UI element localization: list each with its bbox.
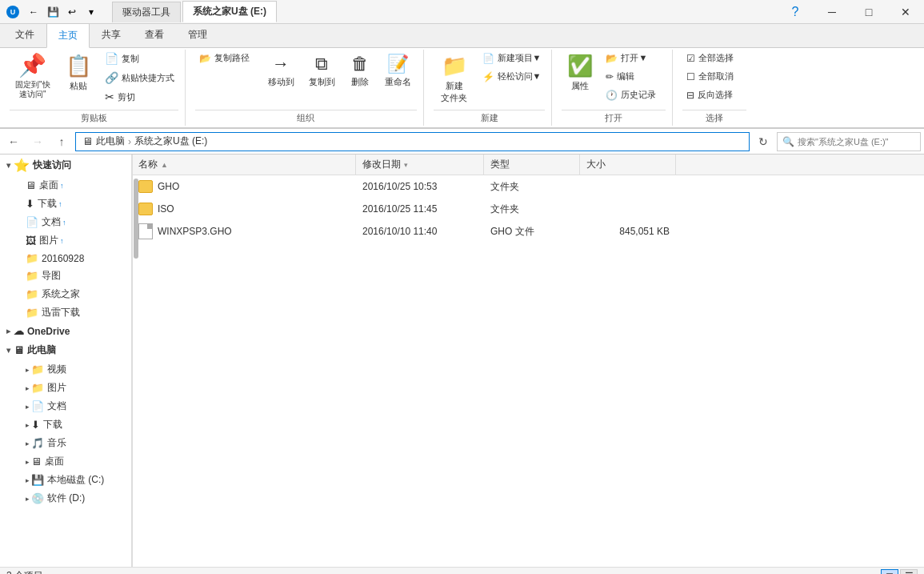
- c-expand: ▸: [26, 476, 30, 484]
- refresh-button[interactable]: ↻: [753, 131, 774, 152]
- d-drive-label: 软件 (D:): [47, 492, 85, 505]
- col-header-name[interactable]: 名称 ▲: [132, 155, 356, 175]
- qa-back[interactable]: ←: [26, 4, 42, 20]
- documents-label: 文档: [47, 399, 66, 413]
- music-label: 音乐: [47, 436, 66, 450]
- sidebar-item-xitong[interactable]: 📁 系统之家: [0, 285, 131, 303]
- easy-access-icon: ⚡: [482, 71, 494, 82]
- sidebar-scrollbar[interactable]: [132, 155, 133, 567]
- col-header-type[interactable]: 类型: [484, 155, 580, 175]
- history-button[interactable]: 🕐 历史记录: [602, 86, 666, 103]
- sidebar-scrollbar-thumb[interactable]: [134, 179, 138, 259]
- sidebar-item-d-drive[interactable]: ▸ 💿 软件 (D:): [0, 489, 131, 508]
- sidebar-item-videos[interactable]: ▸ 📁 视频: [0, 360, 131, 379]
- dl-icon: ⬇: [31, 419, 40, 431]
- sidebar-item-docs[interactable]: 📄 文档 ↑: [0, 213, 131, 231]
- sidebar-item-xunlei[interactable]: 📁 迅雷下载: [0, 303, 131, 322]
- copy-button[interactable]: 📄 复制: [101, 50, 178, 67]
- quick-access-header[interactable]: ▾ ⭐ 快速访问: [0, 155, 131, 176]
- edit-label: 编辑: [617, 70, 634, 82]
- onedrive-section: ▸ ☁ OneDrive: [0, 322, 131, 340]
- deselect-all-button[interactable]: ☐ 全部取消: [682, 68, 746, 85]
- col-size-label: 大小: [586, 158, 606, 171]
- maximize-button[interactable]: □: [850, 0, 887, 24]
- new-folder-button[interactable]: 📁 新建文件夹: [434, 50, 475, 108]
- sidebar-item-pics[interactable]: 🖼 图片 ↑: [0, 231, 131, 250]
- sidebar-item-downloads[interactable]: ⬇ 下载 ↑: [0, 195, 131, 213]
- c-drive-icon: 💾: [31, 474, 44, 486]
- sidebar-item-desktop2[interactable]: ▸ 🖥 桌面: [0, 452, 131, 471]
- properties-button[interactable]: ✅ 属性: [562, 50, 598, 96]
- move-to-button[interactable]: → 移动到: [262, 50, 300, 92]
- address-path[interactable]: 🖥 此电脑 › 系统之家U盘 (E:): [75, 132, 750, 151]
- col-header-date[interactable]: 修改日期 ▾: [356, 155, 484, 175]
- title-tab-drive[interactable]: 系统之家U盘 (E:): [182, 1, 277, 22]
- address-drive[interactable]: 系统之家U盘 (E:): [134, 134, 207, 148]
- table-row[interactable]: GHO 2016/10/25 10:53 文件夹: [132, 175, 924, 198]
- copy-to-label: 复制到: [309, 76, 335, 88]
- ribbon-tab-manage[interactable]: 管理: [176, 22, 219, 47]
- sidebar-item-dl[interactable]: ▸ ⬇ 下载: [0, 415, 131, 434]
- close-button[interactable]: ✕: [887, 0, 924, 24]
- col-date-sort-icon: ▾: [404, 161, 408, 169]
- desktop-pin: ↑: [60, 182, 64, 190]
- sidebar-item-maps[interactable]: 📁 导图: [0, 267, 131, 285]
- up-button[interactable]: ↑: [51, 131, 72, 152]
- paste-button[interactable]: 📋 粘贴: [59, 50, 98, 96]
- pics-icon: 🖼: [26, 235, 36, 247]
- help-button[interactable]: ?: [777, 0, 814, 24]
- organize-col3: ⧉ 复制到: [303, 50, 341, 92]
- cut-button[interactable]: ✂ 剪切: [101, 88, 178, 106]
- delete-button[interactable]: 🗑 删除: [344, 50, 376, 92]
- deselect-all-icon: ☐: [686, 71, 695, 82]
- address-sep: ›: [128, 136, 131, 147]
- file-size-iso: [580, 198, 676, 220]
- quick-access-arrow: ▾: [6, 161, 10, 170]
- table-row[interactable]: ISO 2016/10/25 11:45 文件夹: [132, 198, 924, 220]
- qa-dropdown[interactable]: ▾: [83, 4, 99, 20]
- search-input[interactable]: [798, 137, 915, 147]
- invert-select-button[interactable]: ⊟ 反向选择: [682, 86, 746, 103]
- forward-button[interactable]: →: [27, 131, 48, 152]
- thispc-header[interactable]: ▾ 🖥 此电脑: [0, 340, 131, 360]
- paste-shortcut-label: 粘贴快捷方式: [122, 72, 174, 84]
- open-button[interactable]: 📂 打开▼: [602, 50, 666, 66]
- view-large-icons-button[interactable]: ⊞: [881, 569, 898, 575]
- rename-icon: 📝: [387, 54, 409, 74]
- thispc-arrow: ▾: [6, 346, 10, 355]
- back-button[interactable]: ←: [3, 131, 24, 152]
- pin-quick-access-button[interactable]: 📌 固定到"快速访问": [10, 50, 56, 103]
- ribbon-tab-file[interactable]: 文件: [3, 22, 46, 47]
- pictures-label: 图片: [47, 381, 66, 395]
- table-row[interactable]: WINXPSP3.GHO 2016/10/10 11:40 GHO 文件 845…: [132, 220, 924, 243]
- view-details-button[interactable]: ☰: [900, 569, 918, 575]
- sidebar-item-c-drive[interactable]: ▸ 💾 本地磁盘 (C:): [0, 471, 131, 489]
- rename-button[interactable]: 📝 重命名: [379, 50, 417, 92]
- sidebar-item-pictures[interactable]: ▸ 📁 图片: [0, 379, 131, 397]
- qa-save[interactable]: 💾: [45, 4, 61, 20]
- qa-undo[interactable]: ↩: [64, 4, 80, 20]
- ribbon-tab-share[interactable]: 共享: [90, 22, 133, 47]
- sidebar-item-documents[interactable]: ▸ 📄 文档: [0, 397, 131, 415]
- col-name-label: 名称: [138, 158, 158, 171]
- open-col1: ✅ 属性: [562, 50, 598, 96]
- minimize-button[interactable]: ─: [814, 0, 850, 24]
- copy-path-icon: 📂: [199, 53, 211, 64]
- ribbon-tab-home[interactable]: 主页: [46, 23, 90, 48]
- folder-xunlei-label: 迅雷下载: [42, 306, 80, 319]
- col-header-size[interactable]: 大小: [580, 155, 676, 175]
- paste-shortcut-button[interactable]: 🔗 粘贴快捷方式: [101, 69, 178, 86]
- onedrive-header[interactable]: ▸ ☁ OneDrive: [0, 322, 131, 340]
- new-item-button[interactable]: 📄 新建项目▼: [478, 50, 546, 66]
- sidebar-item-desktop[interactable]: 🖥 桌面 ↑: [0, 176, 131, 195]
- easy-access-button[interactable]: ⚡ 轻松访问▼: [478, 68, 546, 85]
- edit-button[interactable]: ✏ 编辑: [602, 68, 666, 85]
- address-this-pc[interactable]: 此电脑: [96, 134, 125, 148]
- sidebar-item-20160928[interactable]: 📁 20160928: [0, 250, 131, 267]
- ribbon-tab-view[interactable]: 查看: [133, 22, 176, 47]
- select-all-button[interactable]: ☑ 全部选择: [682, 50, 746, 66]
- sidebar-item-music[interactable]: ▸ 🎵 音乐: [0, 434, 131, 452]
- title-tab-driver[interactable]: 驱动器工具: [112, 2, 181, 22]
- copy-path-button[interactable]: 📂 复制路径: [195, 50, 259, 66]
- copy-to-button[interactable]: ⧉ 复制到: [303, 50, 341, 92]
